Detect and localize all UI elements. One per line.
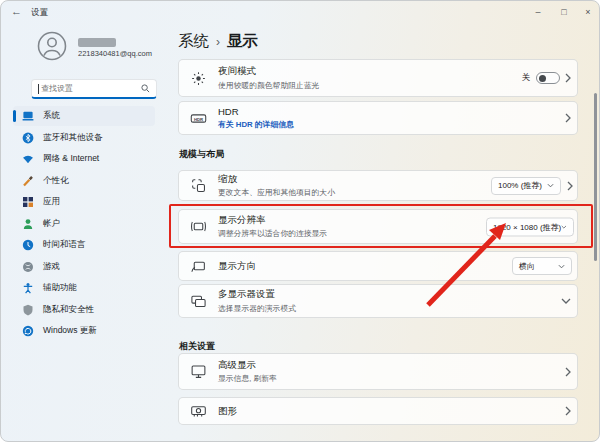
bluetooth-icon xyxy=(21,131,34,144)
sidebar-item-label: Windows 更新 xyxy=(43,325,97,337)
orientation-dropdown[interactable]: 横向 xyxy=(512,257,572,275)
sidebar-item-windows-update[interactable]: Windows 更新 xyxy=(13,321,155,341)
hdr-title: HDR xyxy=(218,106,294,117)
resolution-row[interactable]: 显示分辨率 调整分辨率以适合你的连接显示 1920 × 1080 (推荐) xyxy=(178,209,578,244)
sidebar-item-label: 辅助功能 xyxy=(43,282,77,294)
gaming-icon xyxy=(21,260,34,273)
chevron-right-icon[interactable] xyxy=(565,406,571,416)
advanced-display-icon xyxy=(190,363,207,380)
chevron-right-icon[interactable] xyxy=(565,73,571,83)
sidebar-item-privacy[interactable]: 隐私和安全性 xyxy=(13,300,155,320)
night-light-state: 关 xyxy=(522,72,531,84)
scale-subtitle: 更改文本、应用和其他项目的大小 xyxy=(218,187,335,198)
breadcrumb-separator: › xyxy=(216,35,220,49)
search-input[interactable] xyxy=(41,84,141,93)
chevron-down-icon xyxy=(561,224,567,229)
resolution-icon xyxy=(190,218,207,235)
night-light-title: 夜间模式 xyxy=(218,65,319,78)
sidebar-item-network[interactable]: 网络 & Internet xyxy=(13,149,155,169)
sidebar-item-time-language[interactable]: 时间和语言 xyxy=(13,235,155,255)
close-button[interactable]: × xyxy=(575,3,600,21)
privacy-icon xyxy=(21,303,34,316)
orientation-icon xyxy=(190,258,207,275)
sidebar-item-label: 时间和语言 xyxy=(43,239,86,251)
sidebar-item-bluetooth[interactable]: 蓝牙和其他设备 xyxy=(13,128,155,148)
orientation-row[interactable]: 显示方向 横向 xyxy=(178,251,578,281)
user-name-redacted xyxy=(78,38,116,47)
chevron-right-icon[interactable] xyxy=(567,181,573,191)
back-icon[interactable]: ← xyxy=(11,5,22,17)
chevron-down-icon xyxy=(547,183,554,188)
sidebar-item-gaming[interactable]: 游戏 xyxy=(13,257,155,277)
multi-display-title: 多显示器设置 xyxy=(218,288,296,301)
breadcrumb: 系统›显示 xyxy=(178,31,258,52)
accessibility-icon xyxy=(21,282,34,295)
section-scale-layout: 规模与布局 xyxy=(179,148,224,161)
resolution-subtitle: 调整分辨率以适合你的连接显示 xyxy=(218,228,327,239)
orientation-value: 横向 xyxy=(519,261,535,272)
chevron-right-icon[interactable] xyxy=(565,367,571,377)
hdr-icon: HDR xyxy=(190,110,207,127)
network-icon xyxy=(21,153,34,166)
scale-row[interactable]: 缩放 更改文本、应用和其他项目的大小 100% (推荐) xyxy=(178,170,578,201)
toggle-knob xyxy=(539,75,546,82)
avatar xyxy=(37,31,67,61)
search-icon xyxy=(141,84,150,93)
sidebar-item-label: 个性化 xyxy=(43,175,69,187)
settings-window: ← 设置 – □ × 2218340481@qq.com 系统蓝牙和其他设备网络… xyxy=(0,0,600,442)
scale-icon xyxy=(190,177,207,194)
sidebar-item-apps[interactable]: 应用 xyxy=(13,192,155,212)
breadcrumb-root[interactable]: 系统 xyxy=(178,32,209,49)
personalization-icon xyxy=(21,174,34,187)
minimize-button[interactable]: – xyxy=(525,3,551,21)
sidebar-item-accessibility[interactable]: 辅助功能 xyxy=(13,278,155,298)
sidebar-item-personalization[interactable]: 个性化 xyxy=(13,171,155,191)
scale-value: 100% (推荐) xyxy=(498,180,542,191)
page-title: 显示 xyxy=(227,32,258,49)
sidebar-item-label: 系统 xyxy=(43,110,60,122)
window-title: 设置 xyxy=(31,7,48,19)
sidebar-item-system[interactable]: 系统 xyxy=(13,106,155,126)
chevron-down-icon[interactable] xyxy=(561,298,571,304)
night-light-icon xyxy=(190,70,207,87)
chevron-right-icon[interactable] xyxy=(565,113,571,123)
multi-display-subtitle: 选择显示器的演示模式 xyxy=(218,303,296,314)
hdr-row[interactable]: HDR HDR 有关 HDR 的详细信息 xyxy=(178,101,578,135)
advanced-display-row[interactable]: 高级显示 显示信息, 刷新率 xyxy=(178,353,578,390)
hdr-info-link[interactable]: 有关 HDR 的详细信息 xyxy=(218,119,294,130)
night-light-toggle[interactable] xyxy=(536,72,560,84)
graphics-icon xyxy=(190,403,207,420)
sidebar-item-label: 隐私和安全性 xyxy=(43,304,94,316)
svg-text:HDR: HDR xyxy=(194,116,203,121)
sidebar-item-label: 帐户 xyxy=(43,218,60,230)
advanced-display-title: 高级显示 xyxy=(218,359,277,372)
multi-display-icon xyxy=(190,293,207,310)
resolution-title: 显示分辨率 xyxy=(218,214,327,227)
accounts-icon xyxy=(21,217,34,230)
orientation-title: 显示方向 xyxy=(218,260,256,273)
windows-update-icon xyxy=(21,325,34,338)
apps-icon xyxy=(21,196,34,209)
graphics-title: 图形 xyxy=(218,405,237,418)
maximize-button[interactable]: □ xyxy=(551,3,577,21)
sidebar-item-label: 蓝牙和其他设备 xyxy=(43,132,103,144)
scale-title: 缩放 xyxy=(218,173,335,186)
advanced-display-subtitle: 显示信息, 刷新率 xyxy=(218,373,277,384)
sidebar-item-label: 应用 xyxy=(43,196,60,208)
system-icon xyxy=(21,110,34,123)
night-light-subtitle: 使用较暖的颜色帮助阻止蓝光 xyxy=(218,80,319,91)
night-light-row[interactable]: 夜间模式 使用较暖的颜色帮助阻止蓝光 关 xyxy=(178,59,578,97)
scale-dropdown[interactable]: 100% (推荐) xyxy=(491,177,561,195)
resolution-value: 1920 × 1080 (推荐) xyxy=(493,221,561,232)
search-box[interactable] xyxy=(31,79,157,99)
graphics-row[interactable]: 图形 xyxy=(178,397,578,425)
sidebar-item-accounts[interactable]: 帐户 xyxy=(13,214,155,234)
multi-display-row[interactable]: 多显示器设置 选择显示器的演示模式 xyxy=(178,284,578,318)
section-related: 相关设置 xyxy=(179,340,215,353)
sidebar-item-label: 网络 & Internet xyxy=(43,153,99,165)
chevron-down-icon xyxy=(558,264,565,269)
sidebar-item-label: 游戏 xyxy=(43,261,60,273)
scrollbar-thumb[interactable] xyxy=(594,93,597,261)
time-language-icon xyxy=(21,239,34,252)
resolution-dropdown[interactable]: 1920 × 1080 (推荐) xyxy=(486,217,574,236)
